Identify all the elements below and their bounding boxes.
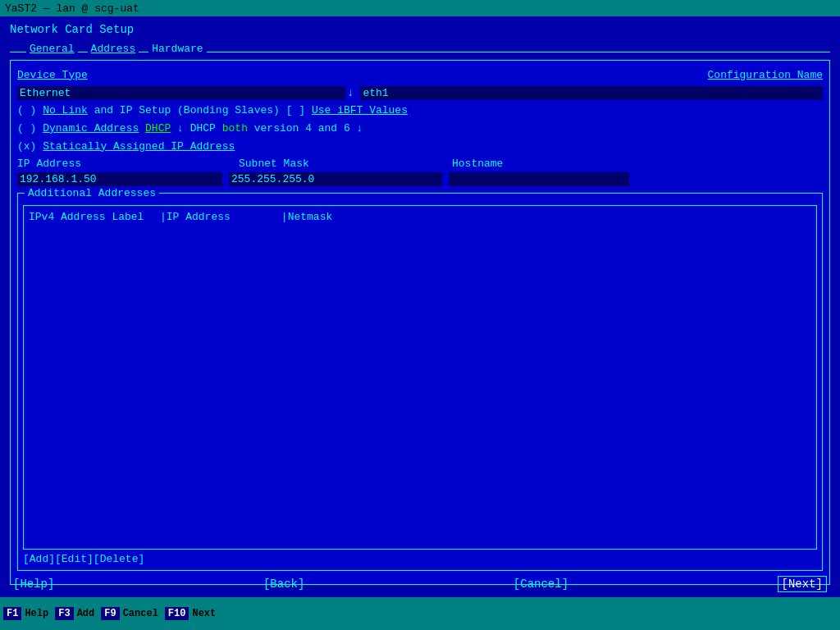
- radio-no-link-row: ( ) No Link and IP Setup (Bonding Slaves…: [17, 103, 823, 118]
- use-ibft-text: Use iBFT Values: [312, 104, 408, 116]
- radio-static-prefix: (x): [17, 140, 43, 153]
- dhcp-rest: DHCP both version 4 and 6: [190, 122, 350, 135]
- static-label: Statically Assigned IP Address: [43, 140, 235, 153]
- fkey-f9-label: Cancel: [120, 607, 162, 620]
- fkey-f9-num: F9: [101, 607, 119, 620]
- device-type-input[interactable]: [17, 86, 345, 100]
- ip-subnet-hostname-row: [17, 171, 823, 186]
- ibft-bracket: [ ]: [286, 104, 312, 116]
- tab-sep-1: [78, 52, 88, 52]
- fkey-f10-num: F10: [165, 607, 189, 620]
- next-button[interactable]: [Next]: [778, 576, 827, 592]
- col-headers-row: IP Address Subnet Mask Hostname: [17, 158, 823, 170]
- delete-button[interactable]: [Delete]: [94, 553, 144, 565]
- title-text: YaST2 — lan @ scg-uat: [5, 2, 139, 15]
- radio-dynamic[interactable]: ( ) Dynamic Address DHCP ↓ DHCP both ver…: [17, 122, 363, 135]
- tab-section: General Address Hardware: [10, 43, 830, 55]
- help-button[interactable]: [Help]: [13, 578, 54, 591]
- hostname-input[interactable]: [449, 172, 629, 186]
- col-ip-label: IP Address: [17, 158, 239, 170]
- no-link-and: and: [88, 104, 120, 116]
- main-content: Network Card Setup General Address Hardw…: [0, 16, 840, 597]
- config-name-label: Configuration Name: [708, 69, 823, 81]
- th-ip-addr: IP Address: [167, 211, 281, 223]
- fkey-bar: F1 Help F3 Add F9 Cancel F10 Next: [0, 597, 840, 630]
- edit-button[interactable]: [Edit]: [55, 553, 94, 565]
- ip-address-input[interactable]: [17, 172, 222, 186]
- subnet-mask-input[interactable]: [229, 172, 442, 186]
- th-ipv4-label: IPv4 Address Label: [29, 211, 160, 223]
- dhcp-value[interactable]: DHCP: [145, 122, 171, 135]
- radio-no-link-prefix: ( ): [17, 104, 43, 116]
- fkey-f10[interactable]: F10 Next: [165, 607, 219, 620]
- cancel-button[interactable]: [Cancel]: [514, 578, 568, 591]
- form-area: Device Type Configuration Name ↓ ( ) No …: [10, 60, 830, 585]
- tab-general[interactable]: General: [26, 43, 78, 55]
- radio-dynamic-prefix: ( ): [17, 122, 43, 135]
- fkey-f1[interactable]: F1 Help: [3, 607, 52, 620]
- tab-line-right: [207, 52, 830, 52]
- fkey-f3-label: Add: [74, 607, 98, 620]
- fkey-f9[interactable]: F9 Cancel: [101, 607, 162, 620]
- radio-dynamic-row: ( ) Dynamic Address DHCP ↓ DHCP both ver…: [17, 121, 823, 136]
- col-hostname-label: Hostname: [452, 158, 503, 170]
- th-netmask: Netmask: [288, 211, 811, 223]
- button-bar: [Help] [Back] [Cancel] [Next]: [0, 571, 840, 597]
- dhcp-dropdown-arrow[interactable]: ↓: [177, 122, 184, 135]
- radio-static[interactable]: (x) Statically Assigned IP Address: [17, 140, 235, 153]
- no-link-rest: IP Setup (Bonding Slaves): [120, 104, 280, 116]
- additional-addresses-section: Additional Addresses IPv4 Address Label …: [17, 193, 823, 571]
- fkey-f3[interactable]: F3 Add: [55, 607, 98, 620]
- dhcp-trailing: ↓: [357, 122, 363, 135]
- device-input-row: ↓: [17, 85, 823, 100]
- tab-hardware[interactable]: Hardware: [148, 43, 206, 55]
- radio-static-row: (x) Statically Assigned IP Address: [17, 139, 823, 154]
- table-header-row: IPv4 Address Label | IP Address | Netmas…: [29, 209, 811, 225]
- config-name-input[interactable]: [360, 86, 823, 100]
- fkey-f1-label: Help: [21, 607, 52, 620]
- device-type-label: Device Type: [17, 69, 198, 81]
- radio-no-link[interactable]: ( ) No Link and IP Setup (Bonding Slaves…: [17, 104, 408, 116]
- address-table: IPv4 Address Label | IP Address | Netmas…: [23, 205, 817, 550]
- no-link-label: No Link: [43, 104, 88, 116]
- fkey-f1-num: F1: [3, 607, 21, 620]
- fkey-f10-label: Next: [189, 607, 219, 620]
- additional-title: Additional Addresses: [25, 187, 159, 199]
- device-type-dropdown-arrow[interactable]: ↓: [347, 86, 354, 99]
- back-button[interactable]: [Back]: [263, 578, 304, 591]
- col-subnet-label: Subnet Mask: [239, 158, 452, 170]
- tab-address[interactable]: Address: [88, 43, 139, 55]
- device-config-row: Device Type Configuration Name: [17, 67, 823, 82]
- fkey-f3-num: F3: [55, 607, 73, 620]
- title-bar: YaST2 — lan @ scg-uat: [0, 0, 840, 16]
- tab-sep-2: [139, 52, 148, 52]
- page-title: Network Card Setup: [10, 23, 830, 36]
- action-buttons: [Add][Edit][Delete]: [23, 553, 817, 565]
- dynamic-address-label: Dynamic Address: [43, 122, 139, 135]
- add-button[interactable]: [Add]: [23, 553, 55, 565]
- tab-line-left: [10, 52, 26, 52]
